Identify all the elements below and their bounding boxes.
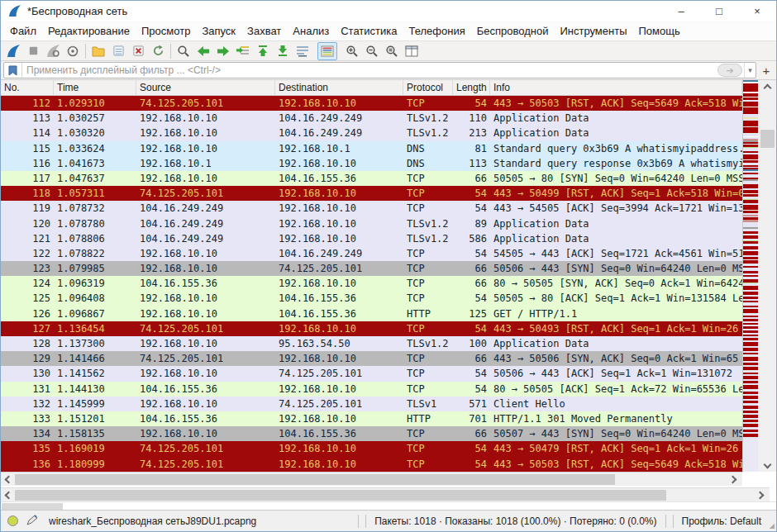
expert-info-icon[interactable]: [7, 515, 18, 526]
find-packet-icon[interactable]: [174, 42, 193, 60]
minimize-button[interactable]: –: [662, 1, 700, 21]
go-first-icon[interactable]: [253, 42, 273, 60]
menu-item-2[interactable]: Редактирование: [42, 22, 136, 40]
close-button[interactable]: ×: [738, 1, 776, 21]
packet-row[interactable]: 1351.16901974.125.205.101192.168.10.10TC…: [1, 441, 742, 456]
save-file-icon[interactable]: [108, 42, 128, 60]
packet-row[interactable]: 1221.078822192.168.10.10104.16.249.249TC…: [1, 246, 742, 261]
scroll-right-arrow-icon[interactable]: [727, 473, 741, 486]
packet-no: 134: [1, 426, 54, 441]
zoom-out-icon[interactable]: [362, 42, 382, 60]
apply-filter-button[interactable]: ➔: [717, 64, 742, 77]
go-back-icon[interactable]: [193, 42, 213, 60]
packet-info: Application Data: [490, 336, 742, 351]
restart-capture-icon[interactable]: [43, 42, 63, 60]
menu-item-1[interactable]: Файл: [4, 22, 42, 40]
filter-bookmark-icon[interactable]: [4, 63, 22, 78]
menu-item-10[interactable]: Инструменты: [554, 22, 632, 40]
packet-row[interactable]: 1331.151201104.16.155.36192.168.10.10HTT…: [1, 411, 742, 426]
zoom-in-icon[interactable]: [342, 42, 362, 60]
reload-file-icon[interactable]: [148, 42, 168, 60]
menu-item-6[interactable]: Анализ: [287, 22, 335, 40]
colorize-packets-icon[interactable]: [317, 42, 337, 60]
column-header-length[interactable]: Length: [453, 80, 490, 95]
packet-row[interactable]: 1271.13645474.125.205.101192.168.10.10TC…: [1, 321, 742, 336]
packet-row[interactable]: 1341.158135192.168.10.10104.16.155.36TCP…: [1, 426, 742, 441]
packet-no: 117: [1, 171, 54, 186]
column-header-info[interactable]: Info: [490, 80, 742, 95]
menu-item-9[interactable]: Беспроводной: [471, 22, 555, 40]
menu-item-5[interactable]: Захват: [241, 22, 287, 40]
packet-row[interactable]: 1241.096319104.16.155.36192.168.10.10TCP…: [1, 276, 742, 291]
close-file-icon[interactable]: [128, 42, 148, 60]
packet-row[interactable]: 1161.041673192.168.10.1192.168.10.10DNS1…: [1, 156, 742, 171]
column-header-time[interactable]: Time: [54, 80, 136, 95]
column-header-destination[interactable]: Destination: [275, 80, 403, 95]
packet-row[interactable]: 1231.079985192.168.10.1074.125.205.101TC…: [1, 261, 742, 276]
packet-proto: TCP: [403, 201, 453, 216]
column-header-no[interactable]: No.: [1, 80, 54, 95]
start-capture-icon[interactable]: [3, 42, 23, 60]
maximize-button[interactable]: □: [700, 1, 738, 21]
packet-row[interactable]: 1361.18099974.125.205.101192.168.10.10TC…: [1, 457, 742, 472]
packet-row[interactable]: 1291.14146674.125.205.101192.168.10.10TC…: [1, 351, 742, 366]
secondary-hscrollbar[interactable]: [1, 487, 770, 501]
column-header-source[interactable]: Source: [136, 80, 275, 95]
packet-row[interactable]: 1201.078780104.16.249.249192.168.10.10TL…: [1, 216, 742, 231]
display-filter-input[interactable]: [22, 64, 717, 77]
filter-dropdown-caret-icon[interactable]: ▾: [744, 63, 756, 78]
go-last-icon[interactable]: [273, 42, 293, 60]
column-header-protocol[interactable]: Protocol: [403, 80, 453, 95]
packet-row[interactable]: 1121.02931074.125.205.101192.168.10.10TC…: [1, 96, 742, 111]
packet-time: 1.030257: [54, 111, 136, 126]
resize-grip[interactable]: ◢: [768, 511, 776, 531]
packet-row[interactable]: 1321.145999192.168.10.1074.125.205.101TL…: [1, 397, 742, 411]
packet-row[interactable]: 1191.078732104.16.249.249192.168.10.10TC…: [1, 201, 742, 216]
pane-grip[interactable]: [2, 503, 63, 510]
profile-label[interactable]: Профиль: Default: [677, 515, 769, 527]
menu-item-8[interactable]: Телефония: [403, 22, 470, 40]
packet-row[interactable]: 1211.078806104.16.249.249192.168.10.10TL…: [1, 231, 742, 246]
packet-row[interactable]: 1311.144130104.16.155.36192.168.10.10TCP…: [1, 382, 742, 397]
capture-options-icon[interactable]: [63, 42, 83, 60]
packet-row[interactable]: 1281.137300192.168.10.1095.163.54.50TLSv…: [1, 336, 742, 351]
zoom-original-icon[interactable]: [382, 42, 402, 60]
packet-dst: 95.163.54.50: [275, 336, 403, 351]
intelligent-scrollbar-minimap[interactable]: [742, 80, 758, 472]
packet-row[interactable]: 1131.030257192.168.10.10104.16.249.249TL…: [1, 111, 742, 126]
packet-src: 104.16.249.249: [136, 231, 275, 246]
go-forward-icon[interactable]: [213, 42, 233, 60]
menu-item-11[interactable]: Помощь: [633, 22, 686, 40]
packet-row[interactable]: 1251.096408192.168.10.10104.16.155.36TCP…: [1, 291, 742, 306]
packet-row[interactable]: 1181.05731174.125.205.101192.168.10.10TC…: [1, 186, 742, 201]
go-to-packet-icon[interactable]: [233, 42, 253, 60]
packet-row[interactable]: 1261.096867192.168.10.10104.16.155.36HTT…: [1, 306, 742, 321]
scroll-left-arrow-icon[interactable]: [1, 473, 14, 486]
capture-comment-icon[interactable]: [26, 515, 37, 528]
open-file-icon[interactable]: [88, 42, 108, 60]
packet-info: Application Data: [490, 126, 742, 140]
stop-capture-icon[interactable]: [23, 42, 43, 60]
packet-dst: 192.168.10.10: [275, 382, 403, 397]
menu-item-7[interactable]: Статистика: [335, 22, 403, 40]
vertical-scrollbar-thumb[interactable]: [760, 130, 775, 148]
menu-item-3[interactable]: Просмотр: [136, 22, 196, 40]
packet-list-hscrollbar[interactable]: [1, 472, 742, 486]
packet-proto: TCP: [403, 426, 453, 441]
scroll-down-arrow-icon[interactable]: [758, 459, 776, 472]
scroll-left-arrow-icon[interactable]: [1, 488, 14, 501]
packet-row[interactable]: 1141.030320192.168.10.10104.16.249.249TL…: [1, 126, 742, 140]
packet-row[interactable]: 1301.141562192.168.10.1074.125.205.101TC…: [1, 366, 742, 381]
packet-src: 74.125.205.101: [136, 457, 275, 472]
add-filter-button[interactable]: +: [759, 62, 774, 78]
resize-columns-icon[interactable]: [402, 42, 422, 60]
menu-item-4[interactable]: Запуск: [196, 22, 241, 40]
packet-row[interactable]: 1171.047637192.168.10.10104.16.155.36TCP…: [1, 171, 742, 186]
scroll-right-arrow-icon[interactable]: [755, 488, 768, 501]
hscrollbar-thumb[interactable]: [15, 474, 615, 485]
auto-scroll-icon[interactable]: [293, 42, 312, 60]
packet-row[interactable]: 1151.033624192.168.10.10192.168.10.1DNS8…: [1, 141, 742, 156]
vertical-scrollbar[interactable]: [758, 80, 776, 472]
scroll-up-arrow-icon[interactable]: [758, 80, 776, 93]
hscrollbar-thumb[interactable]: [15, 490, 666, 501]
